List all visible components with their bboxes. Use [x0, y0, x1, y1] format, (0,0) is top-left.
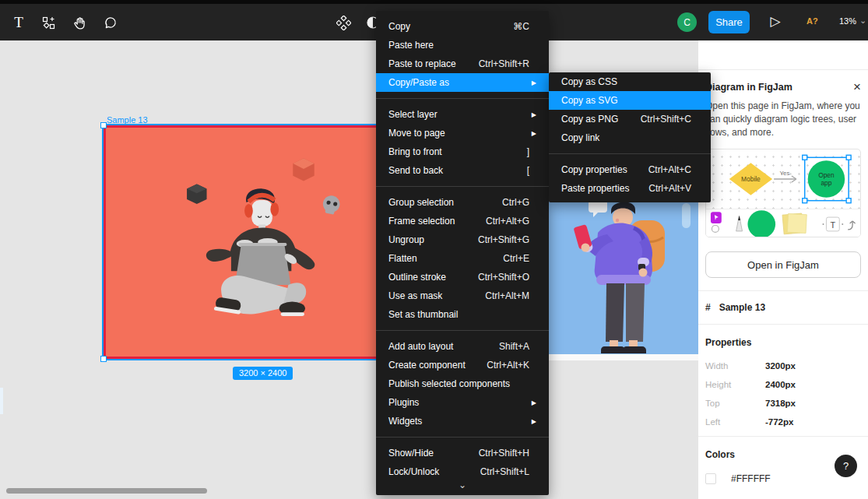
menu-item[interactable]: Flatten Ctrl+E [376, 249, 549, 268]
menu-item-label: Copy [388, 21, 410, 32]
menu-item-label: Widgets [388, 416, 422, 427]
menu-item[interactable]: Paste properties Ctrl+Alt+V [549, 179, 711, 198]
horizontal-scrollbar[interactable] [6, 488, 207, 494]
menu-item[interactable]: Copy as SVG [549, 91, 711, 110]
menu-item[interactable]: Plugins ▶ [376, 393, 549, 412]
menu-item[interactable]: Copy properties Ctrl+Alt+C [549, 160, 711, 179]
property-row: Height 2400px [705, 380, 861, 389]
property-label: Top [705, 399, 765, 408]
avatar[interactable]: C [677, 12, 697, 32]
properties-list: Width 3200px Height 2400px Top 7318px Le… [705, 361, 861, 427]
menu-item [376, 186, 549, 187]
color-hex: #FFFFFF [731, 473, 771, 484]
diamond-grid-icon [336, 16, 351, 30]
figma-app: Sample 13 [0, 0, 868, 499]
menu-item [376, 98, 549, 99]
open-in-figjam-button[interactable]: Open in FigJam [705, 251, 861, 278]
menu-item [549, 153, 711, 154]
shapes-plus-icon [42, 16, 55, 30]
hand-tool-button[interactable] [67, 10, 92, 35]
color-swatch[interactable] [705, 473, 716, 484]
menu-item[interactable]: Select layer ▶ [376, 105, 549, 124]
question-icon: ? [843, 460, 849, 472]
property-label: Width [705, 361, 765, 371]
menu-item-shortcut: Ctrl+Shift+R [479, 58, 529, 69]
menu-item[interactable]: Add auto layout Shift+A [376, 337, 549, 356]
divider [698, 324, 868, 325]
menu-item[interactable]: Move to page ▶ [376, 124, 549, 142]
menu-item-label: Copy link [561, 132, 599, 143]
menu-item[interactable]: Copy link [549, 128, 711, 147]
color-row[interactable]: #FFFFFF [705, 473, 861, 484]
menu-item[interactable]: Paste to replace Ctrl+Shift+R [376, 54, 549, 73]
panel-tabs [698, 40, 868, 70]
zoom-menu[interactable]: 13% ⌄ [839, 16, 866, 26]
canvas-edge-highlight [0, 388, 3, 414]
menu-item[interactable]: Outline stroke Ctrl+Shift+O [376, 268, 549, 286]
submenu-items: Copy as CSS Copy as SVG Copy as PNG Ctrl… [549, 72, 711, 198]
menu-item-label: Copy/Paste as [388, 77, 449, 88]
menu-item[interactable]: Group selection Ctrl+G [376, 193, 549, 212]
menu-item-label: Send to back [388, 165, 443, 176]
present-button[interactable]: ▷ [766, 13, 785, 30]
submenu-arrow-icon: ▶ [532, 111, 536, 118]
menu-item-shortcut: Ctrl+Shift+L [480, 466, 529, 477]
menu-item-shortcut: Ctrl+G [502, 197, 529, 208]
property-label: Left [705, 417, 765, 427]
inspector-panel: Diagram in FigJam × Open this page in Fi… [698, 40, 868, 499]
menu-scroll-chevron-icon[interactable]: ⌄ [376, 481, 549, 492]
figjam-widgets-button[interactable] [331, 10, 356, 35]
property-value: 3200px [765, 361, 796, 371]
menu-item[interactable]: Copy/Paste as ▶ [376, 73, 549, 92]
property-label: Height [705, 380, 765, 389]
close-icon[interactable]: × [853, 83, 861, 92]
selection-header[interactable]: # Sample 13 [698, 291, 868, 324]
menu-item[interactable]: Frame selection Ctrl+Alt+G [376, 212, 549, 230]
selection-handle-top-left[interactable] [100, 122, 107, 128]
comment-tool-button[interactable] [98, 10, 123, 35]
context-menu: Copy ⌘C Paste here Paste to replace Ctrl… [376, 11, 549, 495]
menu-item[interactable]: Show/Hide Ctrl+Shift+H [376, 444, 549, 462]
zoom-level: 13% [839, 16, 856, 26]
menu-item[interactable]: Publish selected components [376, 374, 549, 393]
menu-item[interactable]: Copy as PNG Ctrl+Shift+C [549, 110, 711, 128]
menu-item[interactable]: Send to back [ [376, 161, 549, 180]
menu-item-shortcut: Ctrl+E [503, 253, 529, 264]
menu-item[interactable]: Widgets ▶ [376, 412, 549, 430]
menu-item[interactable]: Bring to front ] [376, 142, 549, 161]
selection-handle-bottom-left[interactable] [100, 356, 107, 362]
menu-item[interactable]: Paste here [376, 36, 549, 54]
submenu-arrow-icon: ▶ [532, 130, 536, 137]
menu-item[interactable]: Create component Ctrl+Alt+K [376, 356, 549, 374]
menu-item-shortcut: Ctrl+Shift+C [641, 114, 691, 125]
submenu-arrow-icon: ▶ [532, 418, 536, 425]
frame-title-label[interactable]: Sample 13 [107, 115, 148, 125]
menu-item[interactable]: Use as mask Ctrl+Alt+M [376, 286, 549, 305]
menu-item-label: Ungroup [388, 234, 424, 245]
copy-paste-as-submenu: Copy as CSS Copy as SVG Copy as PNG Ctrl… [549, 72, 711, 202]
help-button[interactable]: ? [835, 455, 857, 477]
menu-item-label: Show/Hide [388, 448, 434, 459]
properties-title: Properties [705, 337, 861, 348]
text-tool-button[interactable]: T [6, 10, 31, 35]
menu-item-label: Create component [388, 360, 466, 371]
menu-item[interactable]: Ungroup Ctrl+Shift+G [376, 230, 549, 249]
menu-item[interactable]: Copy ⌘C [376, 17, 549, 36]
play-icon: ▷ [770, 14, 780, 29]
chevron-down-icon: ⌄ [859, 16, 866, 26]
share-button[interactable]: Share [708, 11, 750, 33]
comment-icon [104, 16, 118, 30]
menu-item[interactable]: Set as thumbnail [376, 305, 549, 324]
spellcheck-badge[interactable]: A? [807, 16, 818, 26]
menu-item-label: Copy as SVG [561, 95, 618, 106]
property-row: Left -772px [705, 417, 861, 427]
menu-item-shortcut: [ [527, 165, 529, 176]
menu-item[interactable]: Copy as CSS [549, 72, 711, 91]
resources-tool-button[interactable] [36, 10, 61, 35]
selection-name: Sample 13 [719, 302, 765, 313]
menu-item[interactable]: Lock/Unlock Ctrl+Shift+L [376, 462, 549, 481]
menu-item-label: Outline stroke [388, 272, 446, 283]
menu-item-label: Set as thumbnail [388, 309, 458, 320]
colors-list: #FFFFFF [705, 473, 861, 484]
figjam-preview-toolbar: T [706, 209, 860, 237]
